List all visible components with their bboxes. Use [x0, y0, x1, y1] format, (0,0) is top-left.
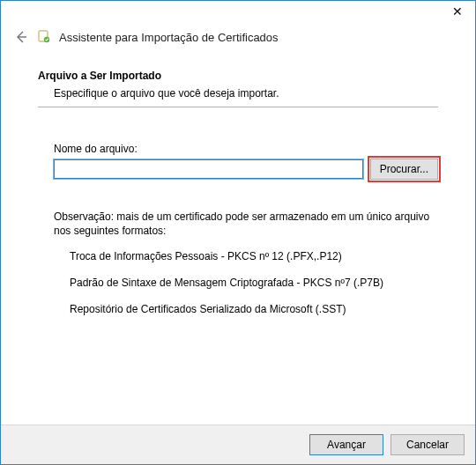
browse-button[interactable]: Procurar...: [370, 159, 438, 180]
file-row: Procurar...: [54, 159, 438, 180]
back-button[interactable]: [13, 29, 29, 45]
format-item: Padrão de Sintaxe de Mensagem Criptograf…: [70, 277, 438, 289]
close-icon: ✕: [452, 4, 463, 18]
wizard-window: ✕ Assistente para Importação de Certific…: [0, 0, 476, 465]
titlebar: ✕: [1, 1, 475, 26]
header: Assistente para Importação de Certificad…: [1, 26, 475, 59]
format-item: Troca de Informações Pessoais - PKCS nº …: [70, 250, 438, 262]
back-arrow-icon: [14, 30, 28, 44]
divider: [38, 107, 438, 107]
file-name-input[interactable]: [54, 159, 363, 179]
content-area: Arquivo a Ser Importado Especifique o ar…: [1, 59, 475, 424]
formats-note: Observação: mais de um certificado pode …: [54, 210, 438, 238]
close-button[interactable]: ✕: [440, 1, 475, 22]
section-description: Especifique o arquivo que você deseja im…: [38, 87, 438, 100]
section-heading: Arquivo a Ser Importado: [38, 70, 438, 82]
formats-list: Troca de Informações Pessoais - PKCS nº …: [70, 250, 438, 315]
next-button[interactable]: Avançar: [309, 434, 383, 455]
file-field-label: Nome do arquivo:: [54, 143, 438, 155]
wizard-title: Assistente para Importação de Certificad…: [59, 31, 279, 44]
cancel-button[interactable]: Cancelar: [390, 434, 465, 455]
certificate-icon: [36, 29, 52, 45]
footer: Avançar Cancelar: [1, 424, 475, 464]
format-item: Repositório de Certificados Serializado …: [70, 303, 438, 315]
